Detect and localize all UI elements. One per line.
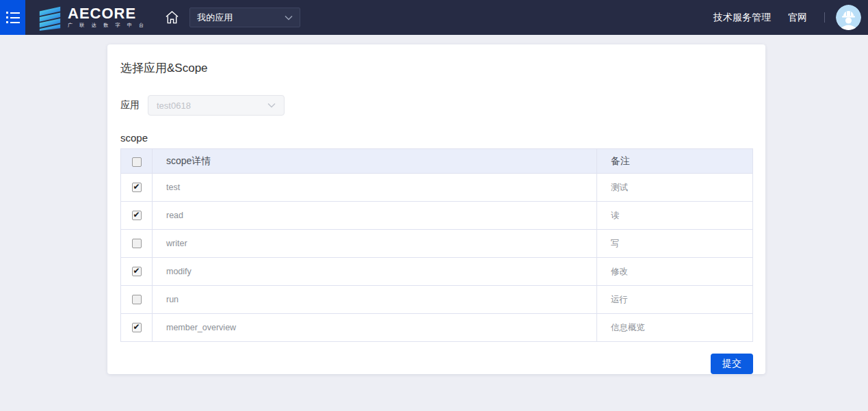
scope-remark: 读 [597, 202, 753, 230]
worker-avatar-icon [836, 5, 861, 30]
my-apps-dropdown-value: 我的应用 [197, 12, 233, 24]
aecore-logo[interactable]: AECORE 广 联 达 数 字 中 台 [37, 5, 146, 31]
home-icon [164, 10, 180, 25]
nav-divider [824, 12, 825, 23]
brand-subtitle: 广 联 达 数 字 中 台 [68, 22, 146, 29]
my-apps-dropdown[interactable]: 我的应用 [189, 8, 300, 27]
scope-name: writer [153, 230, 597, 258]
scope-name: modify [153, 258, 597, 286]
brand-name: AECORE [68, 6, 146, 21]
app-field-label: 应用 [120, 99, 148, 111]
column-header-remark: 备注 [597, 149, 753, 174]
scope-selection-card: 选择应用&Scope 应用 test0618 scope scope详情 备注 [107, 44, 765, 374]
submit-button[interactable]: 提交 [711, 354, 753, 374]
chevron-down-icon [285, 15, 293, 21]
app-select[interactable]: test0618 [148, 95, 285, 116]
main-content: 选择应用&Scope 应用 test0618 scope scope详情 备注 [0, 44, 868, 374]
table-row: member_overview 信息概览 [121, 314, 753, 342]
scope-name: run [153, 286, 597, 314]
row-checkbox[interactable] [132, 183, 142, 192]
menu-toggle-button[interactable] [0, 0, 25, 35]
table-row: read 读 [121, 202, 753, 230]
aecore-logo-icon [37, 5, 63, 31]
user-avatar[interactable] [836, 5, 861, 30]
row-checkbox[interactable] [132, 211, 142, 220]
column-header-scope-detail: scope详情 [153, 149, 597, 174]
list-icon [6, 12, 20, 23]
row-checkbox[interactable] [132, 267, 142, 276]
home-button[interactable] [164, 10, 180, 25]
nav-link-tech-service[interactable]: 技术服务管理 [713, 12, 771, 24]
scope-name: test [153, 174, 597, 202]
row-checkbox[interactable] [132, 323, 142, 332]
navbar-right: 技术服务管理 官网 [713, 5, 868, 30]
scope-remark: 写 [597, 230, 753, 258]
table-row: test 测试 [121, 174, 753, 202]
scope-section-label: scope [120, 132, 752, 144]
scope-name: read [153, 202, 597, 230]
table-row: run 运行 [121, 286, 753, 314]
table-row: writer 写 [121, 230, 753, 258]
scope-remark: 运行 [597, 286, 753, 314]
row-checkbox[interactable] [132, 295, 142, 304]
top-navbar: AECORE 广 联 达 数 字 中 台 我的应用 技术服务管理 官网 [0, 0, 868, 35]
scope-remark: 测试 [597, 174, 753, 202]
row-checkbox[interactable] [132, 239, 142, 248]
page-title: 选择应用&Scope [120, 60, 752, 76]
app-select-value: test0618 [157, 101, 191, 111]
scope-remark: 信息概览 [597, 314, 753, 342]
chevron-down-icon [267, 103, 276, 108]
app-field-row: 应用 test0618 [120, 95, 752, 116]
table-row: modify 修改 [121, 258, 753, 286]
scope-name: member_overview [153, 314, 597, 342]
table-header-row: scope详情 备注 [121, 149, 753, 174]
select-all-checkbox[interactable] [132, 157, 142, 167]
scope-table: scope详情 备注 test 测试 read 读 writer [120, 148, 753, 342]
nav-link-official-site[interactable]: 官网 [788, 12, 807, 24]
submit-row: 提交 [120, 354, 753, 374]
scope-remark: 修改 [597, 258, 753, 286]
